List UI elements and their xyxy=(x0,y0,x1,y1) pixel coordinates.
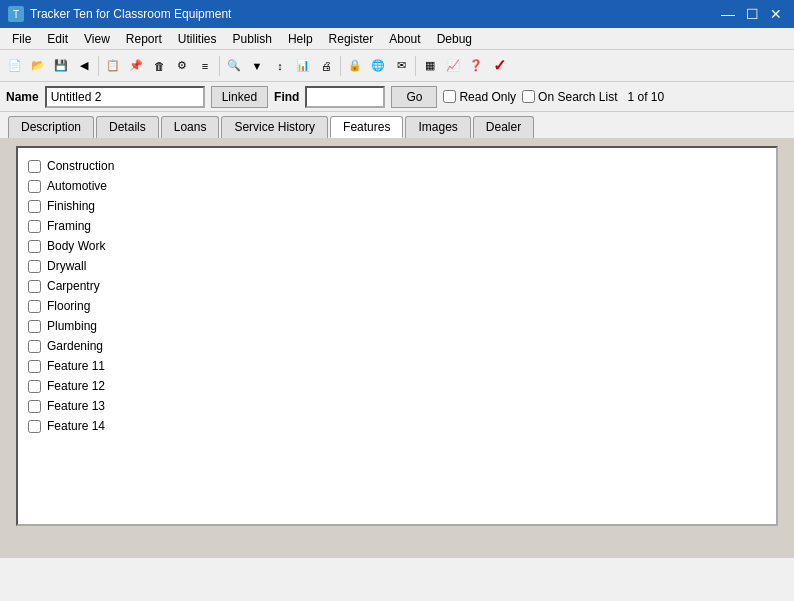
open-button[interactable]: 📂 xyxy=(27,55,49,77)
toolbar-sep-4 xyxy=(415,56,416,76)
feature-label-8: Flooring xyxy=(47,299,90,313)
properties-button[interactable]: ⚙ xyxy=(171,55,193,77)
go-button[interactable]: Go xyxy=(391,86,437,108)
feature-label-9: Plumbing xyxy=(47,319,97,333)
minimize-button[interactable]: — xyxy=(718,4,738,24)
feature-checkbox-11[interactable] xyxy=(28,360,41,373)
tab-description[interactable]: Description xyxy=(8,116,94,138)
features-scroll[interactable]: ConstructionAutomotiveFinishingFramingBo… xyxy=(26,156,768,516)
title-bar: T Tracker Ten for Classroom Equipment — … xyxy=(0,0,794,28)
tab-dealer[interactable]: Dealer xyxy=(473,116,534,138)
chart-button[interactable]: 📈 xyxy=(442,55,464,77)
feature-item: Carpentry xyxy=(26,276,764,296)
report-button[interactable]: 📊 xyxy=(292,55,314,77)
feature-label-13: Feature 13 xyxy=(47,399,105,413)
feature-item: Automotive xyxy=(26,176,764,196)
features-box: ConstructionAutomotiveFinishingFramingBo… xyxy=(16,146,778,526)
read-only-group: Read Only xyxy=(443,90,516,104)
new-button[interactable]: 📄 xyxy=(4,55,26,77)
feature-checkbox-14[interactable] xyxy=(28,420,41,433)
find-label: Find xyxy=(274,90,299,104)
feature-checkbox-10[interactable] xyxy=(28,340,41,353)
feature-item: Flooring xyxy=(26,296,764,316)
feature-checkbox-1[interactable] xyxy=(28,160,41,173)
feature-item: Body Work xyxy=(26,236,764,256)
feature-label-2: Automotive xyxy=(47,179,107,193)
copy-record-button[interactable]: 📋 xyxy=(102,55,124,77)
feature-label-1: Construction xyxy=(47,159,114,173)
feature-checkbox-2[interactable] xyxy=(28,180,41,193)
tab-images[interactable]: Images xyxy=(405,116,470,138)
window-controls: — ☐ ✕ xyxy=(718,4,786,24)
name-label: Name xyxy=(6,90,39,104)
feature-label-3: Finishing xyxy=(47,199,95,213)
feature-checkbox-5[interactable] xyxy=(28,240,41,253)
menu-report[interactable]: Report xyxy=(118,30,170,48)
paste-record-button[interactable]: 📌 xyxy=(125,55,147,77)
print-button[interactable]: 🖨 xyxy=(315,55,337,77)
web-button[interactable]: 🌐 xyxy=(367,55,389,77)
tab-features[interactable]: Features xyxy=(330,116,403,138)
read-only-label: Read Only xyxy=(459,90,516,104)
save-button[interactable]: 💾 xyxy=(50,55,72,77)
feature-checkbox-8[interactable] xyxy=(28,300,41,313)
tab-loans[interactable]: Loans xyxy=(161,116,220,138)
tab-details[interactable]: Details xyxy=(96,116,159,138)
feature-item: Gardening xyxy=(26,336,764,356)
filter-button[interactable]: ▼ xyxy=(246,55,268,77)
app-icon: T xyxy=(8,6,24,22)
prev-button[interactable]: ◀ xyxy=(73,55,95,77)
feature-label-4: Framing xyxy=(47,219,91,233)
feature-label-12: Feature 12 xyxy=(47,379,105,393)
feature-checkbox-9[interactable] xyxy=(28,320,41,333)
lock-button[interactable]: 🔒 xyxy=(344,55,366,77)
feature-label-7: Carpentry xyxy=(47,279,100,293)
maximize-button[interactable]: ☐ xyxy=(742,4,762,24)
feature-item: Framing xyxy=(26,216,764,236)
close-button[interactable]: ✕ xyxy=(766,4,786,24)
find-button[interactable]: 🔍 xyxy=(223,55,245,77)
tabs-bar: Description Details Loans Service Histor… xyxy=(0,112,794,138)
help-button[interactable]: ❓ xyxy=(465,55,487,77)
feature-checkbox-13[interactable] xyxy=(28,400,41,413)
name-input[interactable] xyxy=(45,86,205,108)
on-search-list-checkbox[interactable] xyxy=(522,90,535,103)
feature-label-6: Drywall xyxy=(47,259,86,273)
menu-file[interactable]: File xyxy=(4,30,39,48)
grid-button[interactable]: ▦ xyxy=(419,55,441,77)
sort-button[interactable]: ↕ xyxy=(269,55,291,77)
read-only-checkbox[interactable] xyxy=(443,90,456,103)
name-bar: Name Linked Find Go Read Only On Search … xyxy=(0,82,794,112)
feature-checkbox-6[interactable] xyxy=(28,260,41,273)
feature-checkbox-7[interactable] xyxy=(28,280,41,293)
menu-help[interactable]: Help xyxy=(280,30,321,48)
menu-about[interactable]: About xyxy=(381,30,428,48)
feature-item: Construction xyxy=(26,156,764,176)
menu-register[interactable]: Register xyxy=(321,30,382,48)
linked-button[interactable]: Linked xyxy=(211,86,268,108)
checkmark-button[interactable]: ✓ xyxy=(488,55,510,77)
feature-label-5: Body Work xyxy=(47,239,105,253)
content-area: ConstructionAutomotiveFinishingFramingBo… xyxy=(0,138,794,558)
find-input[interactable] xyxy=(305,86,385,108)
feature-checkbox-12[interactable] xyxy=(28,380,41,393)
feature-checkbox-4[interactable] xyxy=(28,220,41,233)
feature-item: Drywall xyxy=(26,256,764,276)
feature-checkbox-3[interactable] xyxy=(28,200,41,213)
feature-label-11: Feature 11 xyxy=(47,359,105,373)
tab-service-history[interactable]: Service History xyxy=(221,116,328,138)
list-button[interactable]: ≡ xyxy=(194,55,216,77)
delete-button[interactable]: 🗑 xyxy=(148,55,170,77)
record-count: 1 of 10 xyxy=(627,90,664,104)
feature-label-14: Feature 14 xyxy=(47,419,105,433)
menu-edit[interactable]: Edit xyxy=(39,30,76,48)
on-search-list-label: On Search List xyxy=(538,90,617,104)
menu-publish[interactable]: Publish xyxy=(225,30,280,48)
feature-item: Feature 11 xyxy=(26,356,764,376)
toolbar-sep-2 xyxy=(219,56,220,76)
toolbar: 📄 📂 💾 ◀ 📋 📌 🗑 ⚙ ≡ 🔍 ▼ ↕ 📊 🖨 🔒 🌐 ✉ ▦ 📈 ❓ … xyxy=(0,50,794,82)
menu-debug[interactable]: Debug xyxy=(429,30,480,48)
menu-utilities[interactable]: Utilities xyxy=(170,30,225,48)
menu-view[interactable]: View xyxy=(76,30,118,48)
email-button[interactable]: ✉ xyxy=(390,55,412,77)
